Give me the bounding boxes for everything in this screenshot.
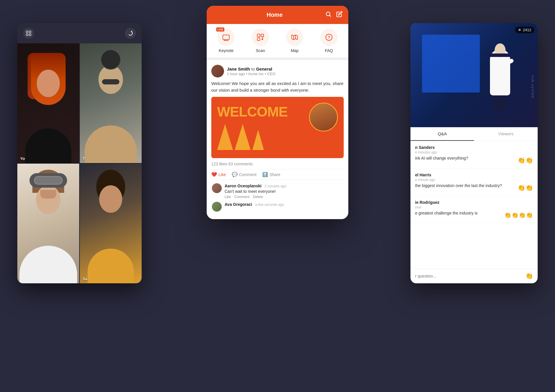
comment-1-name: Ava Gregoraci <box>225 202 252 207</box>
leg-right <box>501 95 506 110</box>
post-author-avatar-img <box>211 65 224 77</box>
video-cell-tyler: Tyler <box>80 43 142 163</box>
nav-label-faq: FAQ <box>325 48 333 53</box>
eye-icon: 👁 <box>518 28 521 32</box>
nav-label-keynote: Keynote <box>219 48 234 53</box>
question-input-area: 👏 <box>410 269 538 283</box>
comment-0-text: Can't wait to meet everyone! <box>225 189 343 194</box>
comment-0-comment[interactable]: Comment <box>234 195 249 199</box>
share-button[interactable]: ⬆️ Share <box>262 172 280 177</box>
comment-0-avatar <box>212 183 222 193</box>
comment-1: Ava Gregoraci a few seconds ago <box>211 202 344 212</box>
mobile-header-actions <box>325 11 343 19</box>
mobile-app-header: Home <box>207 6 348 24</box>
comment-0-actions: Like Comment Delete <box>225 195 343 199</box>
svg-rect-3 <box>29 34 31 36</box>
svg-rect-10 <box>257 34 260 37</box>
qa-clap-0: 👏👏 <box>517 157 533 164</box>
comment-1-avatar <box>212 202 222 212</box>
qa-item-0: n Sanders e minutes ago ink AI will chan… <box>410 141 538 169</box>
qa-time-0: e minutes ago <box>415 150 533 154</box>
welcome-avatar <box>309 103 338 132</box>
section-divider <box>207 58 348 60</box>
live-badge: LIVE <box>216 27 224 32</box>
svg-rect-2 <box>26 34 28 36</box>
qa-clap-1: 👏👏 <box>517 184 533 192</box>
qa-clap-2: 👏👏👏👏 <box>504 212 533 219</box>
post-author-name: Jane Smith to General <box>227 66 275 71</box>
nav-item-faq[interactable]: ? FAQ <box>312 29 346 53</box>
post-meta: 1 hour ago • Acme Inc • CEO <box>227 72 275 76</box>
subsystem-label: sub-system <box>531 75 535 99</box>
tab-viewers[interactable]: Viewers <box>474 127 538 141</box>
search-icon[interactable] <box>325 11 332 19</box>
post-actions: ❤️ Like 💬 Comment ⬆️ Share <box>211 169 344 180</box>
svg-rect-12 <box>257 38 260 40</box>
logo-mark-2 <box>235 124 251 150</box>
comment-0-delete[interactable]: Delete <box>253 195 263 199</box>
video-panel-header <box>17 23 142 43</box>
video-cell-sarah: Sarah <box>80 164 142 283</box>
comment-0-like[interactable]: Like <box>225 195 231 199</box>
logo-mark-3 <box>252 130 264 150</box>
welcome-banner: WELCOME <box>211 97 344 158</box>
compose-icon[interactable] <box>336 11 343 19</box>
post-author-avatar <box>211 65 224 77</box>
share-icon: ⬆️ <box>262 172 268 177</box>
svg-rect-6 <box>223 35 229 40</box>
svg-line-5 <box>330 15 331 16</box>
video-cell-you: You <box>17 43 79 163</box>
question-input[interactable] <box>415 274 523 278</box>
map-icon-circle <box>286 29 303 46</box>
mobile-app-title: Home <box>267 12 283 18</box>
qa-author-1: el Harris <box>415 173 533 177</box>
comment-0-time: 2 minutes ago <box>264 184 286 188</box>
video-cell-jack: Jack <box>17 164 79 283</box>
comment-0-name: Aaron Oceoplanski <box>225 184 262 188</box>
svg-text:?: ? <box>328 35 330 40</box>
svg-rect-1 <box>29 31 31 33</box>
video-grid: You Tyler Jack <box>17 43 142 283</box>
comment-1-time: a few seconds ago <box>255 203 284 207</box>
comment-button[interactable]: 💬 Comment <box>232 172 257 177</box>
views-count: 2412 <box>523 28 531 32</box>
post-stats: 123 likes 63 comments <box>211 162 344 166</box>
svg-rect-0 <box>26 31 28 33</box>
nav-label-map: Map <box>291 48 299 53</box>
nav-item-keynote[interactable]: LIVE Keynote <box>209 29 243 53</box>
comment-1-header: Ava Gregoraci a few seconds ago <box>225 202 343 207</box>
nav-label-scan: Scan <box>256 48 265 53</box>
nav-icons-row: LIVE Keynote Scan <box>207 24 348 58</box>
svg-rect-11 <box>261 34 264 37</box>
send-clap-button[interactable]: 👏 <box>525 272 533 280</box>
keynote-panel: sub-system 👁 2412 Q&A Viewers n Sanders … <box>410 23 538 283</box>
qa-item-2: ie Rodriguez now e greatest challenge th… <box>410 196 538 223</box>
mobile-app-panel: Home <box>207 6 348 219</box>
speaker-figure <box>486 43 515 110</box>
comment-icon: 💬 <box>232 172 238 177</box>
like-button[interactable]: ❤️ Like <box>211 172 226 177</box>
tab-qa[interactable]: Q&A <box>410 127 474 141</box>
views-badge: 👁 2412 <box>515 27 534 33</box>
welcome-avatar-img <box>310 103 337 131</box>
keynote-icon-wrapper: LIVE <box>217 29 235 46</box>
leg-left <box>494 95 499 110</box>
video-call-panel: You Tyler Jack <box>17 23 142 283</box>
faq-icon-circle: ? <box>320 29 338 46</box>
comment-0: Aaron Oceoplanski 2 minutes ago Can't wa… <box>211 183 344 199</box>
post-body: Welcome! We hope you are all as excited … <box>211 80 344 93</box>
qa-author-2: ie Rodriguez <box>415 200 533 205</box>
qa-item-1: el Harris e minute ago the biggest innov… <box>410 169 538 196</box>
expand-icon[interactable] <box>23 28 34 39</box>
qa-text-1: the biggest innovation over the last the… <box>415 183 517 189</box>
qa-time-1: e minute ago <box>415 178 533 182</box>
nav-item-scan[interactable]: Scan <box>243 29 278 53</box>
refresh-icon[interactable] <box>125 28 136 39</box>
post-header: Jane Smith to General 1 hour ago • Acme … <box>211 65 344 77</box>
scan-icon-circle <box>252 29 269 46</box>
comment-0-content: Aaron Oceoplanski 2 minutes ago Can't wa… <box>225 183 343 199</box>
post-author-info: Jane Smith to General 1 hour ago • Acme … <box>227 66 275 76</box>
nav-item-map[interactable]: Map <box>278 29 312 53</box>
logo-mark-1 <box>217 124 233 150</box>
keynote-video-area: sub-system 👁 2412 <box>410 23 538 127</box>
